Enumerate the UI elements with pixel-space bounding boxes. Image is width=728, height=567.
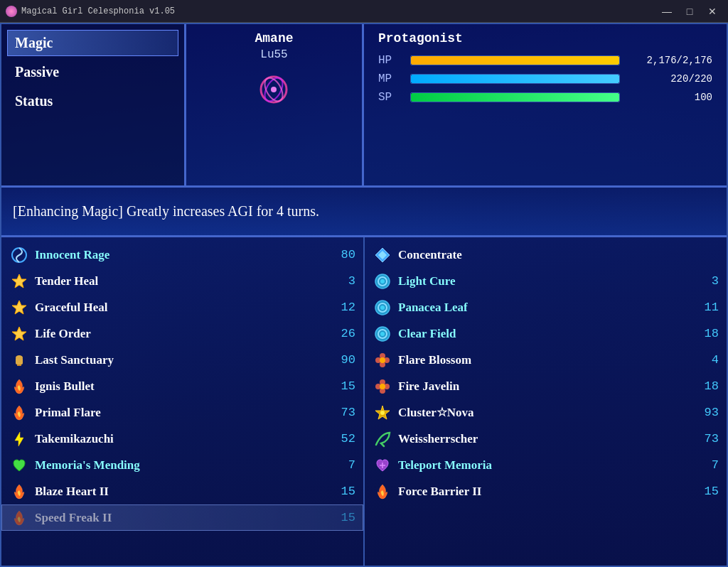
skill-cost: 7 — [694, 458, 719, 472]
close-button[interactable]: ✕ — [702, 4, 722, 18]
skill-item[interactable]: Teleport Memoria7 — [365, 452, 727, 478]
skill-cost: 18 — [694, 327, 719, 340]
stats-title: Protagonist — [378, 31, 712, 45]
sp-row: SP 100 — [378, 91, 712, 104]
character-sprite — [253, 68, 296, 111]
skill-cost: 26 — [331, 327, 355, 340]
skill-cost: 15 — [331, 485, 355, 498]
skill-item[interactable]: Primal Flare73 — [1, 399, 363, 426]
svg-marker-11 — [15, 432, 23, 446]
skill-item[interactable]: Graceful Heal12 — [1, 294, 363, 320]
skill-item[interactable]: Force Barrier II15 — [365, 478, 727, 504]
skill-icon — [9, 377, 29, 396]
skill-cost: 15 — [331, 511, 355, 524]
skill-icon — [9, 482, 29, 502]
skill-item[interactable]: Tender Heal3 — [1, 268, 363, 294]
skill-name: Teleport Memoria — [398, 458, 694, 472]
skill-item[interactable]: Clear Field18 — [365, 320, 727, 347]
skill-item[interactable]: Flare Blossom4 — [365, 347, 727, 373]
menu-panel: Magic Passive Status — [1, 24, 186, 185]
mp-value: 220/220 — [627, 73, 712, 85]
skill-cost: 73 — [331, 406, 355, 419]
top-panel: Magic Passive Status Amane Lu55 Protagon… — [1, 24, 727, 188]
skill-cost: 3 — [694, 274, 719, 288]
character-level: Lu55 — [260, 48, 287, 61]
character-name: Amane — [255, 31, 293, 45]
skill-item[interactable]: Memoria's Mending7 — [1, 452, 363, 478]
skill-item[interactable]: Last Sanctuary90 — [1, 347, 363, 373]
skill-item[interactable]: Speed Freak II15 — [1, 504, 363, 531]
hp-value: 2,176/2,176 — [627, 55, 712, 66]
description-panel: [Enhancing Magic] Greatly increases AGI … — [1, 188, 727, 237]
skill-item[interactable]: Fire Javelin18 — [365, 373, 727, 399]
skill-name: Concentrate — [398, 248, 694, 262]
menu-item-magic[interactable]: Magic — [7, 30, 178, 56]
svg-point-32 — [380, 384, 385, 389]
skill-cost: 4 — [694, 353, 719, 367]
skill-item[interactable]: Takemikazuchi52 — [1, 426, 363, 452]
skill-icon — [373, 429, 392, 449]
skill-name: Weissherrscher — [398, 432, 694, 446]
skill-item[interactable]: Panacea Leaf11 — [365, 294, 727, 320]
window-controls: — □ ✕ — [657, 4, 722, 18]
skill-name: Graceful Heal — [35, 301, 331, 315]
skill-cost: 90 — [331, 353, 355, 367]
skill-cost: 3 — [331, 274, 355, 288]
svg-point-3 — [271, 87, 277, 92]
mp-row: MP 220/220 — [378, 72, 712, 85]
skill-cost: 11 — [694, 301, 719, 314]
skill-icon — [373, 455, 392, 475]
skill-icon — [373, 324, 392, 344]
skill-item[interactable]: Light Cure3 — [365, 268, 727, 294]
minimize-button[interactable]: — — [657, 4, 677, 18]
skill-name: Force Barrier II — [398, 485, 694, 499]
svg-rect-9 — [16, 357, 23, 364]
skill-icon — [373, 403, 392, 423]
hp-row: HP 2,176/2,176 — [378, 54, 712, 67]
svg-marker-7 — [12, 327, 26, 340]
svg-point-22 — [380, 332, 385, 336]
menu-item-passive[interactable]: Passive — [7, 59, 178, 85]
skill-item[interactable]: Innocent Rage80 — [1, 242, 363, 268]
skill-cost: 7 — [331, 458, 355, 472]
skill-icon — [373, 245, 392, 265]
character-panel: Amane Lu55 — [186, 24, 364, 185]
skill-name: Innocent Rage — [35, 248, 331, 262]
game-area: Magic Passive Status Amane Lu55 Protagon… — [0, 23, 728, 567]
skill-icon — [9, 429, 29, 449]
skill-item[interactable]: Cluster☆Nova93 — [365, 399, 727, 426]
svg-marker-5 — [12, 274, 26, 288]
sp-value: 100 — [627, 92, 712, 103]
skill-icon — [9, 508, 29, 528]
skill-name: Speed Freak II — [35, 511, 331, 525]
maximize-button[interactable]: □ — [680, 4, 700, 18]
mp-bar-container — [410, 74, 620, 84]
skill-item[interactable]: Concentrate — [365, 242, 727, 268]
skill-icon — [9, 298, 29, 318]
hp-bar-container — [410, 55, 620, 65]
menu-item-status[interactable]: Status — [7, 88, 178, 114]
skill-icon — [373, 482, 392, 502]
sp-bar — [411, 93, 619, 102]
hp-bar — [411, 56, 619, 65]
skill-icon — [373, 377, 392, 396]
skill-name: Fire Javelin — [398, 379, 694, 394]
skill-name: Flare Blossom — [398, 353, 694, 367]
skills-panel: Innocent Rage80Tender Heal3Graceful Heal… — [1, 237, 727, 566]
skill-cost: 80 — [331, 248, 355, 261]
skill-name: Clear Field — [398, 327, 694, 341]
skill-icon — [9, 271, 29, 291]
skill-name: Takemikazuchi — [35, 432, 331, 446]
skill-icon — [9, 403, 29, 423]
skill-name: Light Cure — [398, 274, 694, 288]
skill-item[interactable]: Blaze Heart II15 — [1, 478, 363, 504]
title-bar: Magical Girl Celesphonia v1.05 — □ ✕ — [0, 0, 728, 23]
skill-cost: 15 — [331, 379, 355, 393]
svg-marker-6 — [12, 301, 26, 314]
skill-cost: 52 — [331, 432, 355, 446]
window-title: Magical Girl Celesphonia v1.05 — [21, 6, 657, 16]
skill-item[interactable]: Life Order26 — [1, 320, 363, 347]
skill-item[interactable]: Ignis Bullet15 — [1, 373, 363, 399]
skill-item[interactable]: Weissherrscher73 — [365, 426, 727, 452]
sp-label: SP — [378, 91, 403, 104]
